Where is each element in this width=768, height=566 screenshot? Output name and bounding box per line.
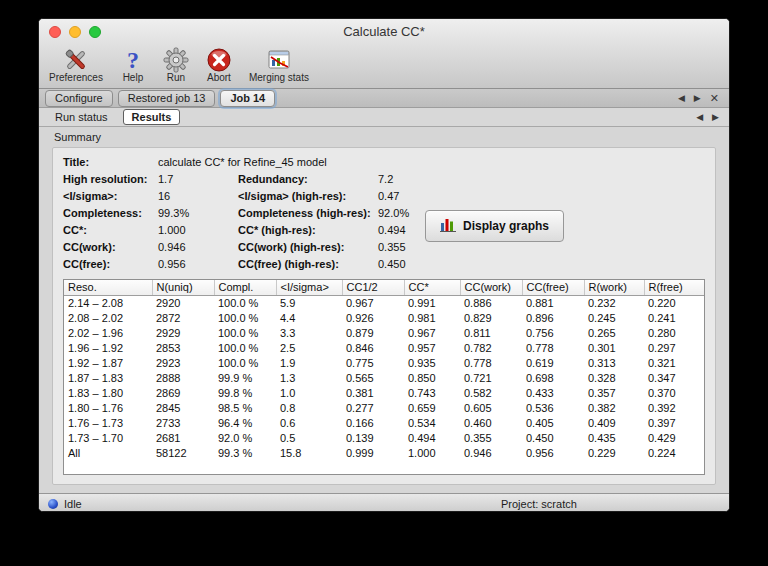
table-cell: 0.999 [342,445,404,460]
table-row[interactable]: 1.80 – 1.76284598.5 %0.80.2770.6590.6050… [64,400,704,415]
tab-scroll-right-icon[interactable]: ▶ [694,93,701,103]
table-row[interactable]: 2.02 – 1.962929100.0 %3.30.8790.9670.811… [64,325,704,340]
column-header-n-uniq[interactable]: N(uniq) [152,280,214,295]
table-cell: 0.782 [460,340,522,355]
tab-scroll-left-icon[interactable]: ◀ [678,93,685,103]
table-header-row: Reso.N(uniq)Compl.<I/sigma>CC1/2CC*CC(wo… [64,280,704,295]
table-row[interactable]: All5812299.3 %15.80.9991.0000.9460.9560.… [64,445,704,460]
table-cell: 0.245 [584,310,644,325]
tab-job-14[interactable]: Job 14 [220,90,275,107]
tab-restored-job-13[interactable]: Restored job 13 [118,90,216,107]
table-cell: 0.778 [522,340,584,355]
column-header-r-free[interactable]: R(free) [644,280,704,295]
toolbar-button-preferences[interactable]: Preferences [49,46,103,83]
table-cell: 0.981 [404,310,460,325]
summary-value: 0.355 [378,241,468,253]
table-cell: 15.8 [276,445,342,460]
column-header-reso[interactable]: Reso. [64,280,152,295]
toolbar-button-abort[interactable]: Abort [206,46,232,83]
table-cell: 100.0 % [214,295,276,310]
tab-configure[interactable]: Configure [45,90,113,107]
table-row[interactable]: 2.14 – 2.082920100.0 %5.90.9670.9910.886… [64,295,704,310]
toolbar-label-preferences: Preferences [49,72,103,83]
subtab-run-status[interactable]: Run status [47,110,116,124]
toolbar-button-run[interactable]: Run [163,46,189,83]
table-cell: 1.9 [276,355,342,370]
summary-value: 0.450 [378,258,468,270]
table-cell: 2888 [152,370,214,385]
table-row[interactable]: 1.96 – 1.922853100.0 %2.50.8460.9570.782… [64,340,704,355]
table-cell: 3.3 [276,325,342,340]
desktop-background: Calculate CC* Preferences?HelpRunAbortMe… [0,18,768,566]
table-cell: 0.565 [342,370,404,385]
table-row[interactable]: 2.08 – 2.022872100.0 %4.40.9260.9810.829… [64,310,704,325]
summary-title-label: Title: [63,156,158,168]
toolbar-button-merging-stats[interactable]: Merging stats [249,46,309,83]
display-graphs-button[interactable]: Display graphs [425,210,564,242]
svg-text:?: ? [127,47,139,73]
table-cell: 0.381 [342,385,404,400]
summary-label: High resolution: [63,173,158,185]
summary-label: CC* (high-res): [238,224,378,236]
column-header-compl[interactable]: Compl. [214,280,276,295]
column-header-cc[interactable]: CC* [404,280,460,295]
table-cell: 98.5 % [214,400,276,415]
status-bar: Idle Project: scratch [39,493,729,512]
help-icon: ? [120,46,146,73]
summary-value: 7.2 [378,173,468,185]
table-cell: 0.241 [644,310,704,325]
job-tabbar: ConfigureRestored job 13Job 14 ◀ ▶ ✕ [39,89,729,108]
subtab-results[interactable]: Results [123,109,181,125]
table-cell: 0.536 [522,400,584,415]
close-window-button[interactable] [49,26,61,38]
column-header-cc-free[interactable]: CC(free) [522,280,584,295]
summary-value: 0.946 [158,241,238,253]
table-row[interactable]: 1.76 – 1.73273396.4 %0.60.1660.5340.4600… [64,415,704,430]
table-cell: 0.265 [584,325,644,340]
table-cell: 0.370 [644,385,704,400]
summary-label: CC(free): [63,258,158,270]
table-cell: 0.460 [460,415,522,430]
table-cell: 1.80 – 1.76 [64,400,152,415]
tab-close-icon[interactable]: ✕ [710,92,719,105]
table-cell: 0.811 [460,325,522,340]
table-cell: 0.991 [404,295,460,310]
minimize-window-button[interactable] [69,26,81,38]
titlebar[interactable]: Calculate CC* [39,19,729,45]
table-cell: 0.756 [522,325,584,340]
toolbar-button-help[interactable]: ?Help [120,46,146,83]
table-cell: 0.721 [460,370,522,385]
subtab-scroll-left-icon[interactable]: ◀ [696,112,703,122]
zoom-window-button[interactable] [89,26,101,38]
table-cell: 0.405 [522,415,584,430]
table-cell: 0.429 [644,430,704,445]
table-row[interactable]: 1.73 – 1.70268192.0 %0.50.1390.4940.3550… [64,430,704,445]
tab-navigation: ◀ ▶ ✕ [678,92,719,105]
column-header-cc-work[interactable]: CC(work) [460,280,522,295]
table-cell: 100.0 % [214,355,276,370]
table-cell: 1.92 – 1.87 [64,355,152,370]
summary-label: Redundancy: [238,173,378,185]
table-cell: 0.896 [522,310,584,325]
table-cell: 0.946 [460,445,522,460]
column-header-i-sigma[interactable]: <I/sigma> [276,280,342,295]
toolbar-label-abort: Abort [207,72,231,83]
table-cell: 1.76 – 1.73 [64,415,152,430]
table-cell: 1.0 [276,385,342,400]
column-header-cc1-2[interactable]: CC1/2 [342,280,404,295]
column-header-r-work[interactable]: R(work) [584,280,644,295]
table-row[interactable]: 1.87 – 1.83288899.9 %1.30.5650.8500.7210… [64,370,704,385]
table-cell: 0.605 [460,400,522,415]
subtab-scroll-right-icon[interactable]: ▶ [712,112,719,122]
table-row[interactable]: 1.92 – 1.872923100.0 %1.90.7750.9350.778… [64,355,704,370]
subtab-navigation: ◀ ▶ [696,112,719,122]
results-table: Reso.N(uniq)Compl.<I/sigma>CC1/2CC*CC(wo… [63,279,705,475]
table-cell: 92.0 % [214,430,276,445]
table-cell: 2869 [152,385,214,400]
table-cell: 2929 [152,325,214,340]
table-cell: 0.494 [404,430,460,445]
table-cell: 1.83 – 1.80 [64,385,152,400]
table-cell: 1.000 [404,445,460,460]
table-cell: 0.435 [584,430,644,445]
table-row[interactable]: 1.83 – 1.80286999.8 %1.00.3810.7430.5820… [64,385,704,400]
